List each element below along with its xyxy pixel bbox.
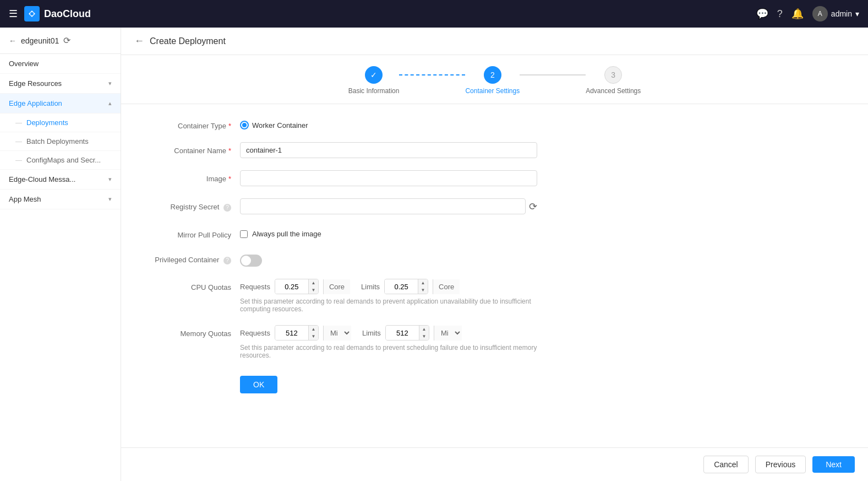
memory-quotas-row: Memory Quotas Requests ▲ ▼ xyxy=(143,325,846,359)
step-label-2: Container Settings xyxy=(465,87,520,95)
registry-secret-wrap: ⟳ xyxy=(240,198,537,214)
memory-requests-unit-select[interactable]: Mi Gi xyxy=(323,326,351,341)
privileged-toggle-wrap xyxy=(240,251,537,267)
container-type-radio-group: Worker Container xyxy=(240,117,537,129)
privileged-container-control xyxy=(240,251,537,267)
ok-button[interactable]: OK xyxy=(240,376,277,393)
user-name: admin xyxy=(831,9,852,18)
image-label: Image* xyxy=(143,170,231,183)
svg-point-1 xyxy=(30,12,34,15)
chat-icon[interactable]: 💬 xyxy=(756,8,768,20)
next-button[interactable]: Next xyxy=(812,456,855,473)
logo-icon xyxy=(24,6,40,21)
mirror-pull-policy-label: Mirror Pull Policy xyxy=(143,226,231,239)
hamburger-icon[interactable]: ☰ xyxy=(9,8,18,20)
cpu-limits-spin-down[interactable]: ▼ xyxy=(418,287,428,294)
page-title: Create Deployment xyxy=(150,36,226,46)
privileged-container-row: Privileged Container ? xyxy=(143,251,846,267)
registry-secret-help-icon[interactable]: ? xyxy=(223,204,231,212)
page-header: ← Create Deployment xyxy=(121,28,868,55)
image-input[interactable] xyxy=(240,170,537,186)
dash-icon: — xyxy=(15,138,22,145)
chevron-up-icon: ▴ xyxy=(108,100,112,107)
sidebar-sub-item-batch-deployments[interactable]: — Batch Deployments xyxy=(0,132,121,151)
brand-name: DaoCloud xyxy=(44,8,91,20)
step-circle-1: ✓ xyxy=(365,66,383,84)
ok-row: OK xyxy=(143,371,846,393)
step-circle-3: 3 xyxy=(604,66,622,84)
registry-secret-refresh-icon[interactable]: ⟳ xyxy=(529,201,537,213)
sidebar-refresh-icon[interactable]: ⟳ xyxy=(63,35,70,46)
sidebar: ← edgeunit01 ⟳ Overview Edge Resources ▾… xyxy=(0,28,121,481)
memory-requests-input[interactable] xyxy=(275,326,308,340)
sidebar-item-app-mesh[interactable]: App Mesh ▾ xyxy=(0,190,121,209)
sidebar-item-overview[interactable]: Overview xyxy=(0,54,121,74)
sidebar-sub-label: Deployments xyxy=(26,118,68,127)
cpu-quotas-row: CPU Quotas Requests ▲ ▼ xyxy=(143,279,846,313)
memory-limits-input[interactable] xyxy=(386,326,419,340)
step-basic-info: ✓ Basic Information xyxy=(348,66,400,95)
cpu-limits-spinner: ▲ ▼ xyxy=(418,279,428,294)
cpu-requests-spin-down[interactable]: ▼ xyxy=(308,287,318,294)
step-label-3: Advanced Settings xyxy=(586,87,641,95)
step-label-1: Basic Information xyxy=(348,87,400,95)
sidebar-sub-item-deployments[interactable]: — Deployments xyxy=(0,114,121,132)
sidebar-item-edge-cloud-messaging[interactable]: Edge-Cloud Messa... ▾ xyxy=(0,170,121,190)
topnav-icons: 💬 ? 🔔 A admin ▾ xyxy=(756,6,859,21)
cpu-limits-unit: Core xyxy=(433,279,460,294)
mirror-pull-policy-control: Always pull the image xyxy=(240,226,537,238)
cpu-quota-hint: Set this parameter according to real dem… xyxy=(240,298,537,313)
cpu-requests-spin-up[interactable]: ▲ xyxy=(308,279,318,287)
privileged-toggle[interactable] xyxy=(240,255,262,267)
cpu-requests-input[interactable] xyxy=(275,280,308,294)
memory-quota-hint: Set this parameter according to real dem… xyxy=(240,344,537,359)
step-connector-1 xyxy=(399,74,465,75)
step-advanced-settings: 3 Advanced Settings xyxy=(586,66,641,95)
chevron-down-icon: ▾ xyxy=(108,196,112,203)
notification-icon[interactable]: 🔔 xyxy=(791,8,804,20)
previous-button[interactable]: Previous xyxy=(755,456,806,473)
page-back-button[interactable]: ← xyxy=(134,35,144,47)
container-type-label: Container Type* xyxy=(143,117,231,130)
sidebar-back-icon[interactable]: ← xyxy=(9,36,17,45)
sidebar-item-label: Edge-Cloud Messa... xyxy=(9,175,75,183)
memory-requests-spin-up[interactable]: ▲ xyxy=(308,326,318,333)
memory-requests-spin-down[interactable]: ▼ xyxy=(308,333,318,340)
cpu-requests-label: Requests xyxy=(240,283,270,291)
memory-quotas-label: Memory Quotas xyxy=(143,325,231,338)
cancel-button[interactable]: Cancel xyxy=(703,456,749,473)
sidebar-item-edge-application[interactable]: Edge Application ▴ xyxy=(0,94,121,114)
memory-limits-unit-select[interactable]: Mi Gi xyxy=(434,326,462,341)
radio-dot-worker xyxy=(240,121,249,129)
form-scroll-area: Container Type* Worker Container xyxy=(121,104,868,447)
registry-secret-select[interactable] xyxy=(240,198,526,214)
always-pull-checkbox[interactable] xyxy=(240,230,248,238)
current-unit-label: edgeunit01 xyxy=(21,36,59,45)
cpu-quota-inputs: Requests ▲ ▼ Core Limits xyxy=(240,279,537,294)
sidebar-item-label: Edge Resources xyxy=(9,79,62,88)
sidebar-sub-label: ConfigMaps and Secr... xyxy=(26,156,101,164)
mirror-pull-policy-row: Mirror Pull Policy Always pull the image xyxy=(143,226,846,239)
cpu-limits-label: Limits xyxy=(361,283,380,291)
help-icon[interactable]: ? xyxy=(777,8,783,20)
topnav: ☰ DaoCloud 💬 ? 🔔 A admin ▾ xyxy=(0,0,868,28)
cpu-requests-spinner: ▲ ▼ xyxy=(308,279,318,294)
form-card: Container Type* Worker Container xyxy=(121,104,868,447)
sidebar-item-label: Overview xyxy=(9,60,39,68)
cpu-limits-input[interactable] xyxy=(385,280,418,294)
privileged-help-icon[interactable]: ? xyxy=(223,257,231,264)
radio-worker-container[interactable]: Worker Container xyxy=(240,121,308,129)
cpu-limits-spin-up[interactable]: ▲ xyxy=(418,279,428,287)
memory-limits-spin-down[interactable]: ▼ xyxy=(419,333,429,340)
user-menu[interactable]: A admin ▾ xyxy=(812,6,859,21)
avatar: A xyxy=(812,6,828,21)
sidebar-item-label: Edge Application xyxy=(9,99,62,107)
sidebar-sub-label: Batch Deployments xyxy=(26,137,89,145)
container-name-input[interactable] xyxy=(240,142,537,158)
brand-logo: DaoCloud xyxy=(24,6,91,21)
radio-label-worker: Worker Container xyxy=(252,121,308,129)
app-layout: ← edgeunit01 ⟳ Overview Edge Resources ▾… xyxy=(0,28,868,481)
memory-limits-spin-up[interactable]: ▲ xyxy=(419,326,429,333)
sidebar-sub-item-configmaps[interactable]: — ConfigMaps and Secr... xyxy=(0,151,121,170)
sidebar-item-edge-resources[interactable]: Edge Resources ▾ xyxy=(0,74,121,94)
